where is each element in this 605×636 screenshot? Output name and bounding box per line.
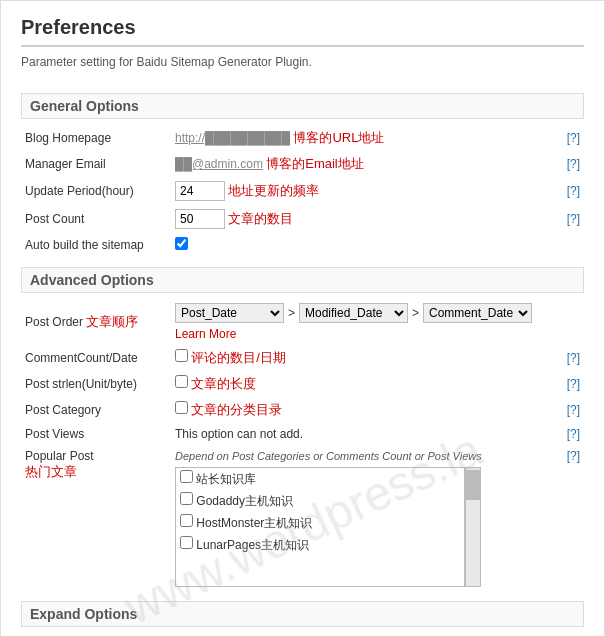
checkbox-popular-4[interactable] (180, 536, 193, 549)
label-post-strlen: Post strlen(Unit/byte) (21, 371, 171, 397)
main-wrap: Preferences Parameter setting for Baidu … (0, 0, 605, 636)
value-auto-build (171, 233, 554, 257)
checkbox-popular-2[interactable] (180, 492, 193, 505)
value-update-period: 地址更新的频率 (171, 177, 554, 205)
post-order-selects: Post_Date Modified_Date Comment_Date > M… (175, 303, 550, 341)
table-row: Post strlen(Unit/byte) 文章的长度 [?] (21, 371, 584, 397)
help-blog-homepage[interactable]: [?] (567, 131, 580, 145)
table-row-post-order: Post Order 文章顺序 Post_Date Modified_Date … (21, 299, 584, 345)
input-update-period[interactable] (175, 181, 225, 201)
help-update-period[interactable]: [?] (567, 184, 580, 198)
hint-update-period: 地址更新的频率 (228, 183, 319, 198)
help-post-strlen[interactable]: [?] (567, 377, 580, 391)
label-update-period: Update Period(hour) (21, 177, 171, 205)
table-row: Post Category 文章的分类目录 [?] (21, 397, 584, 423)
hint-blog-homepage: 博客的URL地址 (293, 130, 384, 145)
popular-post-depend-note: Depend on Post Categories or Comments Co… (175, 450, 482, 462)
table-row: CommentCount/Date 评论的数目/日期 [?] (21, 345, 584, 371)
popular-post-inner: Depend on Post Categories or Comments Co… (175, 449, 550, 587)
scrollbar-thumb (466, 470, 480, 500)
label-post-count: Post Count (21, 205, 171, 233)
label-popular-post: Popular Post 热门文章 (21, 445, 171, 591)
list-item[interactable]: Godaddy主机知识 (176, 490, 464, 512)
value-blog-homepage: http://██████████ 博客的URL地址 (171, 125, 554, 151)
table-row: Post Count 文章的数目 [?] (21, 205, 584, 233)
checkbox-auto-build[interactable] (175, 237, 188, 250)
help-comment-count[interactable]: [?] (567, 351, 580, 365)
hint-manager-email: 博客的Email地址 (266, 156, 364, 171)
label-blog-homepage: Blog Homepage (21, 125, 171, 151)
arrow-2: > (412, 306, 419, 320)
expand-options-title: Expand Options (21, 601, 584, 627)
checkbox-post-category[interactable] (175, 401, 188, 414)
table-row: Update Period(hour) 地址更新的频率 [?] (21, 177, 584, 205)
value-comment-count: 评论的数目/日期 (171, 345, 554, 371)
checkbox-popular-1[interactable] (180, 470, 193, 483)
page-title: Preferences (21, 16, 584, 47)
checkbox-comment-count[interactable] (175, 349, 188, 362)
checkbox-post-strlen[interactable] (175, 375, 188, 388)
help-post-category[interactable]: [?] (567, 403, 580, 417)
table-row: Post Views This option can not add. [?] (21, 423, 584, 445)
table-row-popular-post: Popular Post 热门文章 Depend on Post Categor… (21, 445, 584, 591)
checkbox-popular-3[interactable] (180, 514, 193, 527)
hint-post-count: 文章的数目 (228, 211, 293, 226)
url-value-email: ██@admin.com (175, 157, 263, 171)
label-post-category: Post Category (21, 397, 171, 423)
select-modified-date[interactable]: Modified_Date Post_Date Comment_Date (299, 303, 408, 323)
advanced-options-table: Post Order 文章顺序 Post_Date Modified_Date … (21, 299, 584, 591)
hint-post-order: 文章顺序 (86, 314, 138, 329)
input-post-count[interactable] (175, 209, 225, 229)
label-auto-build: Auto build the sitemap (21, 233, 171, 257)
url-value-homepage: http://██████████ (175, 131, 290, 145)
label-manager-email: Manager Email (21, 151, 171, 177)
help-post-count[interactable]: [?] (567, 212, 580, 226)
list-item[interactable]: LunarPages主机知识 (176, 534, 464, 556)
page-description: Parameter setting for Baidu Sitemap Gene… (21, 55, 584, 69)
popular-post-list[interactable]: 站长知识库 Godaddy主机知识 HostMonster主机知识 LunarP… (175, 467, 465, 587)
list-item[interactable]: HostMonster主机知识 (176, 512, 464, 534)
label-comment-count: CommentCount/Date (21, 345, 171, 371)
hint-popular-post: 热门文章 (25, 464, 77, 479)
hint-comment-count: 评论的数目/日期 (191, 350, 286, 365)
table-row: Blog Homepage http://██████████ 博客的URL地址… (21, 125, 584, 151)
hint-post-strlen: 文章的长度 (191, 376, 256, 391)
popular-post-scrollbar[interactable] (465, 467, 481, 587)
help-popular-post[interactable]: [?] (567, 449, 580, 463)
list-item[interactable]: 站长知识库 (176, 468, 464, 490)
help-manager-email[interactable]: [?] (567, 157, 580, 171)
hint-post-category: 文章的分类目录 (191, 402, 282, 417)
general-options-title: General Options (21, 93, 584, 119)
table-row: Auto build the sitemap (21, 233, 584, 257)
advanced-options-title: Advanced Options (21, 267, 584, 293)
value-post-count: 文章的数目 (171, 205, 554, 233)
label-post-order: Post Order 文章顺序 (21, 299, 171, 345)
help-post-views[interactable]: [?] (567, 427, 580, 441)
label-post-views: Post Views (21, 423, 171, 445)
value-post-views: This option can not add. (171, 423, 554, 445)
value-post-category: 文章的分类目录 (171, 397, 554, 423)
table-row: Manager Email ██@admin.com 博客的Email地址 [?… (21, 151, 584, 177)
general-options-table: Blog Homepage http://██████████ 博客的URL地址… (21, 125, 584, 257)
popular-list-wrapper: 站长知识库 Godaddy主机知识 HostMonster主机知识 LunarP… (175, 467, 550, 587)
value-popular-post: Depend on Post Categories or Comments Co… (171, 445, 554, 591)
select-post-date[interactable]: Post_Date Modified_Date Comment_Date (175, 303, 284, 323)
value-post-strlen: 文章的长度 (171, 371, 554, 397)
post-views-note: This option can not add. (175, 427, 303, 441)
value-post-order: Post_Date Modified_Date Comment_Date > M… (171, 299, 554, 345)
learn-more-link[interactable]: Learn More (175, 327, 236, 341)
value-manager-email: ██@admin.com 博客的Email地址 (171, 151, 554, 177)
select-comment-date[interactable]: Comment_Date Post_Date Modified_Date (423, 303, 532, 323)
arrow-1: > (288, 306, 295, 320)
